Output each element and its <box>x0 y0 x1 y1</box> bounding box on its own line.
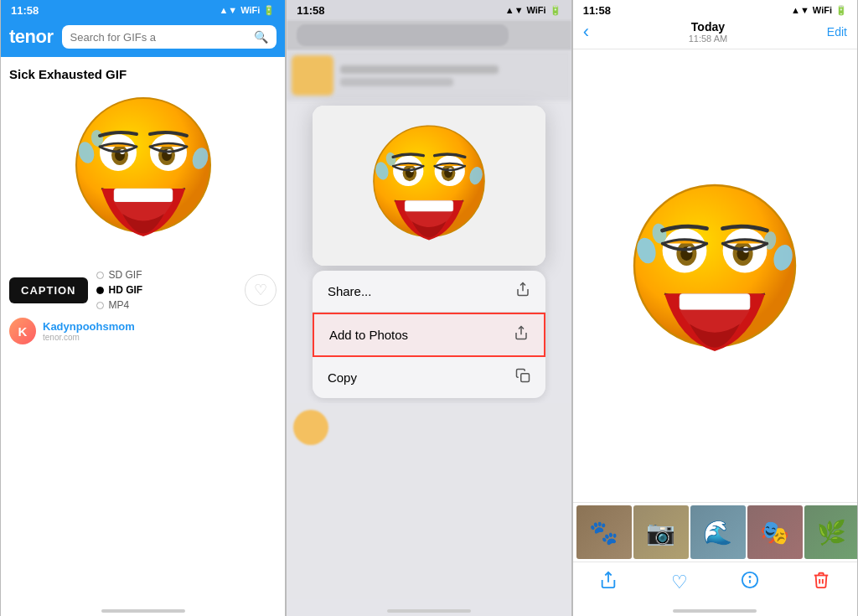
battery-icon-2: 🔋 <box>550 5 561 16</box>
signal-icon: ▲▼ <box>219 5 237 15</box>
add-photos-icon <box>514 325 529 344</box>
share-toolbar-button[interactable] <box>599 571 618 594</box>
blurred-content-row <box>287 50 571 101</box>
home-bar-2 <box>387 609 471 613</box>
tenor-content: Sick Exhausted GIF <box>1 57 285 599</box>
wifi-icon-2: WiFi <box>527 5 546 15</box>
photos-subtitle: 11:58 AM <box>689 34 727 44</box>
blurred-line-2 <box>340 78 453 86</box>
copy-label: Copy <box>328 370 357 385</box>
search-input[interactable] <box>70 31 250 44</box>
menu-item-add-photos[interactable]: Add to Photos <box>313 313 545 357</box>
wifi-icon: WiFi <box>240 5 260 15</box>
author-avatar: K <box>9 318 36 344</box>
phone-photos: 11:58 ▲▼ WiFi 🔋 ‹ Today 11:58 AM Edit <box>572 0 858 616</box>
signal-icon-2: ▲▼ <box>505 5 524 15</box>
strip-thumb-1[interactable]: 🐾 <box>576 505 632 559</box>
battery-icon: 🔋 <box>263 5 275 16</box>
home-bar-3 <box>673 609 757 613</box>
format-sd[interactable]: SD GIF <box>96 269 143 281</box>
sick-emoji-svg-2 <box>366 119 492 257</box>
blurred-avatar <box>293 410 328 445</box>
trash-toolbar-button[interactable] <box>812 571 830 594</box>
blurred-line-1 <box>340 65 499 74</box>
svg-rect-12 <box>114 189 173 202</box>
strip-thumb-2[interactable]: 📷 <box>633 505 689 559</box>
photos-title: Today <box>689 20 727 34</box>
strip-thumb-3[interactable]: 🌊 <box>690 505 746 559</box>
blurred-text <box>340 65 566 86</box>
share-icon <box>515 282 530 301</box>
sd-label: SD GIF <box>109 269 142 281</box>
svg-rect-25 <box>405 200 453 211</box>
author-name[interactable]: Kadynpoohsmom <box>43 320 135 333</box>
photos-strip: 🐾 📷 🌊 🎭 🌿 😫 <box>573 502 857 562</box>
gif-preview <box>9 90 277 257</box>
context-emoji <box>313 106 545 266</box>
photos-toolbar: ♡ <box>573 562 857 599</box>
svg-rect-28 <box>521 374 530 382</box>
home-indicator-1 <box>1 599 285 616</box>
search-icon: 🔍 <box>254 30 268 44</box>
blurred-header <box>287 20 571 50</box>
time-1: 11:58 <box>11 4 39 17</box>
blurred-row <box>287 403 571 452</box>
info-toolbar-button[interactable] <box>741 571 759 594</box>
add-photos-label: Add to Photos <box>329 328 408 342</box>
battery-icon-3: 🔋 <box>835 5 847 16</box>
heart-toolbar-button[interactable]: ♡ <box>671 572 688 593</box>
photos-header: ‹ Today 11:58 AM Edit <box>573 20 857 49</box>
heart-button[interactable]: ♡ <box>245 274 277 306</box>
status-icons-1: ▲▼ WiFi 🔋 <box>219 5 275 16</box>
sd-radio[interactable] <box>96 272 104 279</box>
home-indicator-3 <box>573 599 857 616</box>
blurred-thumb <box>292 55 333 96</box>
copy-icon <box>515 368 530 387</box>
share-label: Share... <box>328 284 372 298</box>
wifi-icon-3: WiFi <box>813 5 832 15</box>
blurred-search <box>297 24 508 46</box>
format-row: CAPTION SD GIF HD GIF MP4 ♡ <box>9 269 277 311</box>
sick-emoji-svg-3 <box>623 175 807 376</box>
context-preview-card <box>313 106 545 266</box>
photos-main-image <box>573 49 857 502</box>
tenor-search-box[interactable]: 🔍 <box>62 25 277 49</box>
status-bar-3: 11:58 ▲▼ WiFi 🔋 <box>573 0 857 20</box>
author-info: Kadynpoohsmom tenor.com <box>43 320 135 342</box>
svg-rect-42 <box>680 294 750 310</box>
status-bar-1: 11:58 ▲▼ WiFi 🔋 <box>1 0 285 20</box>
gif-title: Sick Exhausted GIF <box>9 67 277 81</box>
edit-button[interactable]: Edit <box>827 25 847 39</box>
status-icons-3: ▲▼ WiFi 🔋 <box>791 5 847 16</box>
author-initial: K <box>18 324 28 339</box>
sick-emoji-svg <box>68 90 219 257</box>
phone-context: 11:58 ▲▼ WiFi 🔋 <box>286 0 571 616</box>
author-site: tenor.com <box>43 333 135 342</box>
time-2: 11:58 <box>297 4 324 17</box>
mp4-label: MP4 <box>109 299 130 311</box>
back-button[interactable]: ‹ <box>583 21 589 43</box>
format-mp4[interactable]: MP4 <box>96 299 143 311</box>
home-indicator-2 <box>287 599 571 616</box>
context-area: Share... Add to Photos <box>287 101 571 403</box>
photos-title-group: Today 11:58 AM <box>689 20 727 44</box>
tenor-logo: tenor <box>9 26 54 48</box>
home-bar-1 <box>101 609 185 613</box>
hd-radio[interactable] <box>96 287 104 294</box>
time-3: 11:58 <box>583 4 611 17</box>
format-options: SD GIF HD GIF MP4 <box>96 269 143 311</box>
mp4-radio[interactable] <box>96 302 104 309</box>
phone-tenor: 11:58 ▲▼ WiFi 🔋 tenor 🔍 Sick Exhausted G… <box>0 0 286 616</box>
author-row: K Kadynpoohsmom tenor.com <box>9 318 277 344</box>
strip-thumb-4[interactable]: 🎭 <box>747 505 803 559</box>
menu-item-share[interactable]: Share... <box>313 271 545 313</box>
strip-thumb-5[interactable]: 🌿 <box>804 505 857 559</box>
format-hd[interactable]: HD GIF <box>96 284 143 296</box>
context-menu: Share... Add to Photos <box>313 271 545 398</box>
hd-label: HD GIF <box>109 284 143 296</box>
caption-button[interactable]: CAPTION <box>9 277 88 303</box>
signal-icon-3: ▲▼ <box>791 5 809 15</box>
status-icons-2: ▲▼ WiFi 🔋 <box>505 5 561 16</box>
tenor-header: tenor 🔍 <box>1 20 285 57</box>
menu-item-copy[interactable]: Copy <box>313 357 545 398</box>
